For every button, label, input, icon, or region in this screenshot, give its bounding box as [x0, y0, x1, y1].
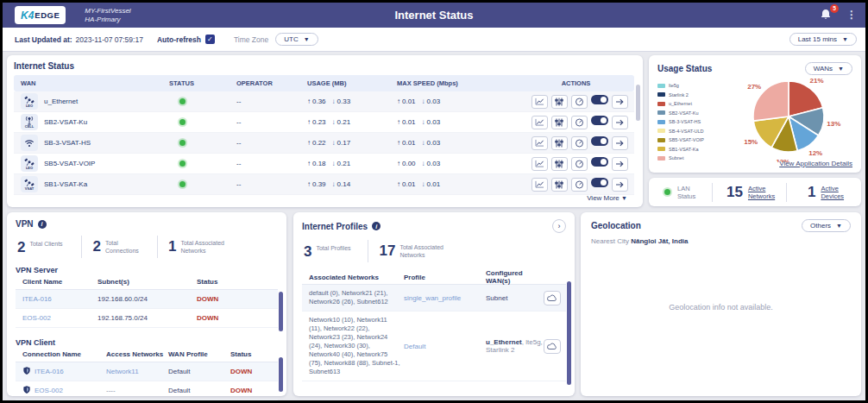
internet-status-panel: Internet Status WAN STATUS OPERATOR USAG… — [7, 55, 643, 207]
arrow-down-icon: ↓ — [332, 180, 336, 188]
wan-enable-toggle[interactable] — [591, 178, 608, 187]
configure-action-button[interactable] — [551, 95, 568, 109]
notification-badge: 5 — [830, 4, 839, 13]
profile-row: default (0), Network21 (21), Network26 (… — [302, 285, 566, 312]
speed-down: 0.03 — [427, 98, 441, 105]
profiles-scrollbar[interactable] — [567, 281, 571, 385]
speedtest-action-button[interactable] — [571, 136, 588, 150]
lan-status-label: LAN Status — [677, 185, 707, 200]
auto-refresh-checkbox[interactable]: ✓ — [205, 35, 215, 44]
wan-table-row: CELLSB2-VSAT-Ku--↑0.23↓0.21↑0.01↓0.03 — [14, 112, 634, 133]
operator-value: -- — [230, 139, 300, 147]
speed-up: 0.01 — [402, 139, 416, 147]
table-scrollbar[interactable] — [636, 85, 640, 121]
goto-action-button[interactable] — [612, 136, 628, 150]
goto-action-button[interactable] — [612, 116, 628, 129]
profile-name-link[interactable]: single_wan_profile — [404, 294, 486, 302]
chart-action-button[interactable] — [531, 95, 548, 109]
legend-swatch — [657, 84, 665, 88]
lan-status-panel: LAN Status 15 Active Networks 1 Active D… — [649, 178, 861, 206]
active-devices-link[interactable]: Active Devices — [821, 185, 859, 200]
legend-label: SB-4-VSAT-ULD — [669, 129, 704, 134]
profile-row: Network10 (10), Network11 (11), Network2… — [302, 312, 566, 381]
vessel-line2: HA-Primary — [85, 16, 130, 24]
view-more-button[interactable]: View More ▼ — [587, 194, 627, 202]
usage-status-panel: Usage Status WANs ▼ lte5gStarlink 2u_Eth… — [649, 55, 861, 173]
vpn-server-row: EOS-002 192.168.75.0/24 DOWN — [16, 309, 278, 328]
vpn-connection-name-link[interactable]: ITEA-016 — [35, 368, 64, 375]
profile-name-link[interactable]: Default — [404, 343, 486, 350]
total-assoc-networks-label: Total Associated Networks — [399, 243, 453, 259]
vpn-client-row: ITEA-016 Network11 Default DOWN — [16, 362, 278, 381]
speedtest-action-button[interactable] — [571, 116, 588, 129]
vpn-subnet: 192.168.75.0/24 — [97, 314, 197, 322]
time-range-select[interactable]: Last 15 mins ▼ — [789, 33, 857, 46]
internet-profiles-title: Internet Profiles — [302, 222, 368, 231]
col-operator: OPERATOR — [230, 79, 300, 87]
vpn-status: DOWN — [197, 314, 278, 322]
goto-action-button[interactable] — [612, 95, 628, 109]
wan-enable-toggle[interactable] — [591, 136, 608, 146]
satellite-icon: VSAT — [21, 176, 38, 192]
vpn-client-name-link[interactable]: ITEA-016 — [16, 295, 97, 303]
profiles-header: Associated Networks Profile Configured W… — [302, 269, 566, 285]
vpn-server-scrollbar[interactable] — [279, 292, 283, 331]
wan-enable-toggle[interactable] — [591, 116, 608, 125]
cloud-action-button[interactable] — [544, 339, 561, 354]
notifications-button[interactable]: 5 — [819, 8, 834, 23]
goto-action-button[interactable] — [612, 178, 628, 192]
chart-action-button[interactable] — [531, 136, 548, 150]
vpn-panel: VPN i 2Total Clients 2Total Connections … — [7, 212, 286, 396]
view-application-details-link[interactable]: View Application Details — [779, 160, 852, 167]
vpn-wan-profile: Default — [168, 387, 230, 394]
chevron-right-button[interactable]: › — [552, 219, 566, 233]
vpn-access-networks[interactable]: Network11 — [106, 368, 168, 375]
goto-action-button[interactable] — [612, 157, 628, 171]
legend-item: SB-4-VSAT-ULD — [657, 127, 704, 136]
wan-table-row: SB-3-VSAT-HS--↑0.22↓0.17↑0.01↓0.03 — [14, 133, 634, 154]
vpn-connection-name-link[interactable]: EOS-002 — [35, 387, 63, 394]
chart-action-button[interactable] — [531, 157, 548, 171]
configured-wans: u_Ethernet — [486, 338, 522, 346]
wan-name: SB2-VSAT-Ku — [44, 118, 87, 126]
total-profiles-count: 3 — [304, 244, 311, 259]
speedtest-action-button[interactable] — [571, 95, 588, 109]
configure-action-button[interactable] — [551, 116, 568, 129]
cloud-action-button[interactable] — [544, 291, 561, 305]
chart-action-button[interactable] — [531, 178, 548, 192]
time-range-value: Last 15 mins — [798, 35, 837, 43]
configure-action-button[interactable] — [551, 136, 568, 150]
info-icon[interactable]: i — [372, 222, 381, 230]
arrow-up-icon: ↑ — [307, 98, 311, 105]
vpn-stats: 2Total Clients 2Total Connections 1Total… — [16, 236, 278, 258]
configure-action-button[interactable] — [551, 157, 568, 171]
timezone-select[interactable]: UTC ▼ — [275, 33, 318, 46]
legend-item: SB5-VSAT-VOIP — [657, 135, 704, 145]
usage-up: 0.22 — [312, 139, 326, 147]
geolocation-select[interactable]: Others ▼ — [802, 219, 851, 232]
timezone-value: UTC — [284, 35, 298, 43]
active-networks-link[interactable]: Active Networks — [748, 185, 786, 200]
operator-value: -- — [230, 180, 300, 188]
pie-legend: lte5gStarlink 2u_EthernetSB2-VSAT-KuSB-3… — [657, 81, 704, 163]
speedtest-action-button[interactable] — [571, 157, 588, 171]
pie-percent-label: 15% — [744, 138, 758, 146]
kebab-menu-icon[interactable]: ⋮ — [846, 11, 857, 19]
status-dot — [179, 140, 186, 146]
nearest-city-value: Nāngloi Jāt, India — [631, 237, 688, 245]
info-icon[interactable]: i — [38, 220, 47, 229]
chart-action-button[interactable] — [531, 116, 548, 129]
k4-edge-logo[interactable]: K4 EDGE — [15, 6, 66, 24]
wan-enable-toggle[interactable] — [591, 95, 608, 104]
vpn-client-scrollbar[interactable] — [279, 357, 283, 392]
configure-action-button[interactable] — [551, 178, 568, 192]
col-status: STATUS — [162, 79, 230, 87]
geolocation-empty-message: Geolocation info not available. — [581, 303, 861, 312]
speedtest-action-button[interactable] — [571, 178, 588, 192]
legend-label: Starlink 2 — [669, 92, 689, 98]
wan-enable-toggle[interactable] — [591, 157, 608, 167]
vpn-server-title: VPN Server — [16, 266, 278, 274]
page-title: Internet Status — [3, 9, 865, 22]
usage-down: 0.21 — [337, 118, 351, 126]
vpn-client-name-link[interactable]: EOS-002 — [16, 314, 97, 322]
